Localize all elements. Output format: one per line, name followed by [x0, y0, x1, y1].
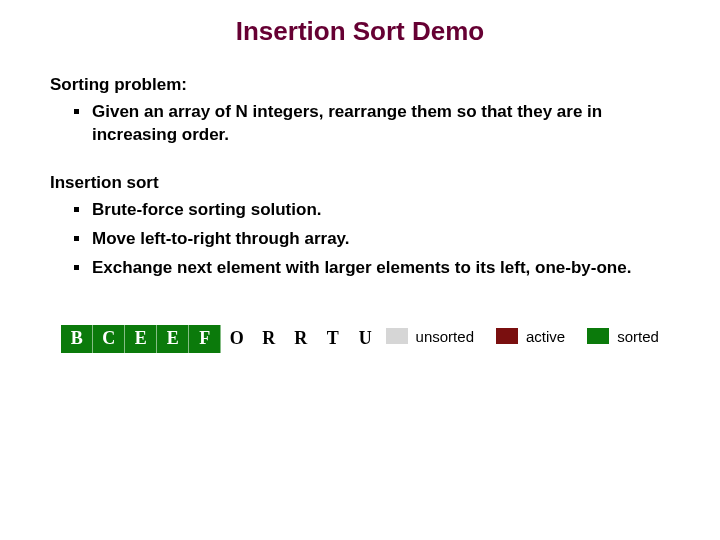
array-cell: O — [221, 325, 253, 353]
array-cells: BCEEFORRTU — [61, 325, 381, 353]
array-cell: B — [61, 325, 93, 353]
legend-sorted-label: sorted — [617, 328, 659, 345]
array-cell: C — [93, 325, 125, 353]
section1-label: Sorting problem: — [50, 75, 670, 95]
array-cell: T — [317, 325, 349, 353]
legend-active-label: active — [526, 328, 565, 345]
section2-bullets: Brute-force sorting solution. Move left-… — [50, 199, 670, 280]
array-visualization: BCEEFORRTU unsorted active sorted — [50, 306, 670, 353]
section1-bullets: Given an array of N integers, rearrange … — [50, 101, 670, 147]
bullet-item: Move left-to-right through array. — [76, 228, 670, 251]
bullet-item: Exchange next element with larger elemen… — [76, 257, 670, 280]
array-cell: E — [157, 325, 189, 353]
legend-unsorted-label: unsorted — [416, 328, 474, 345]
legend: unsorted active sorted — [386, 328, 659, 345]
swatch-active — [496, 328, 518, 344]
array-cell: U — [349, 325, 381, 353]
swatch-unsorted — [386, 328, 408, 344]
legend-active: active — [496, 328, 565, 345]
array-cell: R — [285, 325, 317, 353]
bullet-item: Brute-force sorting solution. — [76, 199, 670, 222]
section2-label: Insertion sort — [50, 173, 670, 193]
array-cell: R — [253, 325, 285, 353]
array-cell: E — [125, 325, 157, 353]
bullet-item: Given an array of N integers, rearrange … — [76, 101, 670, 147]
array-cell: F — [189, 325, 221, 353]
slide: Insertion Sort Demo Sorting problem: Giv… — [0, 0, 720, 540]
page-title: Insertion Sort Demo — [50, 16, 670, 47]
swatch-sorted — [587, 328, 609, 344]
legend-sorted: sorted — [587, 328, 659, 345]
legend-unsorted: unsorted — [386, 328, 474, 345]
